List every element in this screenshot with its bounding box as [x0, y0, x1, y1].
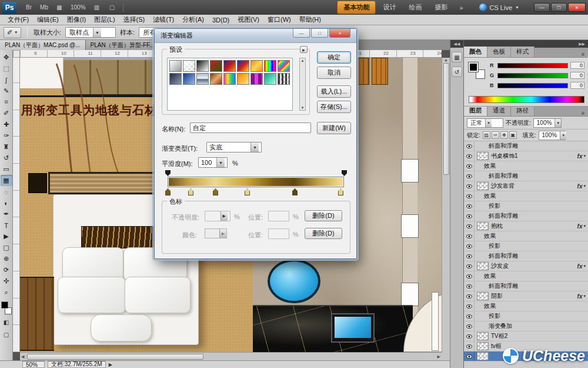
- gradient-preset-4[interactable]: [210, 60, 222, 72]
- menu-item[interactable]: 图层(L): [90, 14, 119, 25]
- fx-expand-icon[interactable]: ▾: [582, 294, 588, 299]
- gradient-preset-9[interactable]: [278, 60, 290, 72]
- menu-item[interactable]: 编辑(E): [33, 14, 63, 25]
- visibility-toggle[interactable]: [464, 181, 475, 191]
- visibility-toggle[interactable]: [464, 281, 475, 291]
- color-slider[interactable]: [497, 63, 568, 68]
- visibility-toggle[interactable]: [464, 331, 475, 341]
- color-spectrum-ramp[interactable]: [469, 96, 584, 103]
- gradient-preset-2[interactable]: [183, 60, 195, 72]
- delete-opacity-stop-button[interactable]: 删除(D): [305, 210, 342, 221]
- marquee-tool[interactable]: ⬚: [1, 63, 12, 74]
- gradient-preset-7[interactable]: [250, 60, 263, 72]
- cs-live-button[interactable]: CS Live ▼: [479, 4, 519, 11]
- horizontal-scrollbar[interactable]: ◀ ▶: [20, 352, 442, 360]
- workspace-button-4[interactable]: 摄影: [429, 1, 453, 14]
- layer-effect-row[interactable]: 投影: [464, 311, 588, 321]
- visibility-toggle[interactable]: [464, 151, 475, 161]
- pen-tool[interactable]: ✒: [1, 208, 12, 220]
- load-button[interactable]: 载入(L)...: [317, 85, 351, 98]
- type-tool[interactable]: T: [1, 220, 12, 231]
- workspace-more-icon[interactable]: »: [456, 4, 466, 11]
- scrollbar-thumb[interactable]: [443, 63, 449, 175]
- color-stop[interactable]: [292, 188, 298, 195]
- quick-selection-tool[interactable]: ✎: [1, 85, 12, 97]
- fx-expand-icon[interactable]: ▾: [582, 154, 588, 158]
- visibility-toggle[interactable]: [464, 251, 475, 261]
- menu-item[interactable]: 视图(V): [233, 14, 263, 25]
- visibility-toggle[interactable]: [464, 271, 475, 281]
- gradient-preset-11[interactable]: [183, 73, 195, 85]
- visibility-toggle[interactable]: [464, 241, 475, 251]
- layer-effect-row[interactable]: 效果: [464, 231, 588, 241]
- scroll-up-icon[interactable]: ▲: [444, 58, 448, 62]
- opacity-stop[interactable]: [342, 170, 347, 176]
- visibility-toggle[interactable]: [464, 231, 475, 241]
- stop-location-input[interactable]: [268, 211, 289, 221]
- workspace-button-2[interactable]: 设计: [377, 1, 402, 14]
- arrange-documents-icon[interactable]: ▥: [90, 2, 104, 13]
- clone-stamp-tool[interactable]: ♜: [1, 141, 12, 152]
- move-tool[interactable]: ✥: [1, 52, 12, 63]
- maximize-button[interactable]: □: [311, 29, 328, 38]
- color-slider[interactable]: [497, 83, 568, 88]
- panel-menu-icon[interactable]: ≡: [578, 51, 588, 57]
- close-button[interactable]: ×: [329, 29, 350, 38]
- dodge-tool[interactable]: ◐: [1, 197, 12, 208]
- menu-item[interactable]: 选择(S): [119, 14, 149, 25]
- lasso-tool[interactable]: ʃ: [1, 74, 12, 85]
- menu-item[interactable]: 文件(F): [4, 14, 33, 25]
- tab-paths[interactable]: 路径: [511, 105, 534, 116]
- stop-color-swatch[interactable]: ▶: [205, 228, 227, 238]
- hand-tool[interactable]: ✣: [1, 276, 12, 287]
- menu-item[interactable]: 滤镜(T): [149, 14, 178, 25]
- visibility-toggle[interactable]: [464, 141, 475, 151]
- mini-bridge-icon[interactable]: Mb: [37, 2, 51, 13]
- screen-mode-icon[interactable]: ▢: [1, 330, 12, 339]
- opacity-stop[interactable]: [165, 170, 171, 176]
- layer-effect-row[interactable]: 效果: [464, 161, 588, 171]
- layer-effect-row[interactable]: 斜面和浮雕: [464, 281, 588, 291]
- tab-swatches[interactable]: 色板: [487, 47, 511, 57]
- menu-item[interactable]: 3D(D): [208, 15, 233, 25]
- crop-tool[interactable]: ⌗: [1, 97, 12, 108]
- color-stop[interactable]: [338, 188, 343, 195]
- layer-effect-row[interactable]: 效果: [464, 271, 588, 281]
- dock-collapse-icon[interactable]: ▶▶: [579, 42, 585, 47]
- tab-layers[interactable]: 图层: [464, 105, 487, 116]
- cancel-button[interactable]: 取消: [317, 67, 351, 79]
- foreground-color-swatch[interactable]: [469, 62, 478, 72]
- current-tool-icon[interactable]: ✐ ▼: [4, 27, 21, 38]
- gradient-preset-12[interactable]: [196, 73, 209, 85]
- gradient-preset-3[interactable]: [196, 60, 209, 72]
- visibility-toggle[interactable]: [464, 221, 475, 231]
- blur-tool[interactable]: ◌: [1, 186, 12, 197]
- fx-expand-icon[interactable]: ▾: [582, 184, 588, 188]
- zoom-level-field[interactable]: 50%: [22, 361, 45, 368]
- dialog-title-bar[interactable]: 渐变编辑器 — □ ×: [155, 29, 356, 43]
- close-button[interactable]: ×: [568, 3, 586, 12]
- scroll-up-icon[interactable]: ▲: [301, 59, 305, 62]
- menu-item[interactable]: 帮助(H): [295, 14, 325, 25]
- layer-row[interactable]: TV框2: [464, 331, 588, 342]
- presets-menu-icon[interactable]: ▶: [300, 46, 308, 53]
- color-stop[interactable]: [165, 188, 171, 195]
- layer-effect-row[interactable]: 斜面和浮雕: [464, 251, 588, 261]
- workspace-button-1[interactable]: 基本功能: [337, 1, 376, 14]
- eyedropper-tool[interactable]: ✐: [1, 108, 12, 119]
- status-menu-icon[interactable]: ▶: [109, 362, 112, 367]
- eraser-tool[interactable]: ▭: [1, 164, 12, 175]
- minimize-button[interactable]: —: [293, 29, 310, 38]
- layer-effect-row[interactable]: 斜面和浮雕: [464, 211, 588, 221]
- zoom-tool[interactable]: ⌕: [1, 287, 12, 298]
- gradient-preset-5[interactable]: [223, 60, 236, 72]
- gradient-preview-bar[interactable]: [168, 177, 344, 187]
- layer-row[interactable]: 书桌横饰1fx▾: [464, 151, 588, 161]
- screen-mode-icon[interactable]: ▢: [105, 2, 119, 13]
- tab-channels[interactable]: 通道: [487, 105, 511, 116]
- panel-menu-icon[interactable]: ≡: [578, 110, 588, 116]
- tab-color[interactable]: 颜色: [464, 47, 487, 57]
- maximize-button[interactable]: □: [551, 3, 567, 12]
- layer-effect-row[interactable]: 投影: [464, 241, 588, 251]
- visibility-toggle[interactable]: [464, 342, 475, 351]
